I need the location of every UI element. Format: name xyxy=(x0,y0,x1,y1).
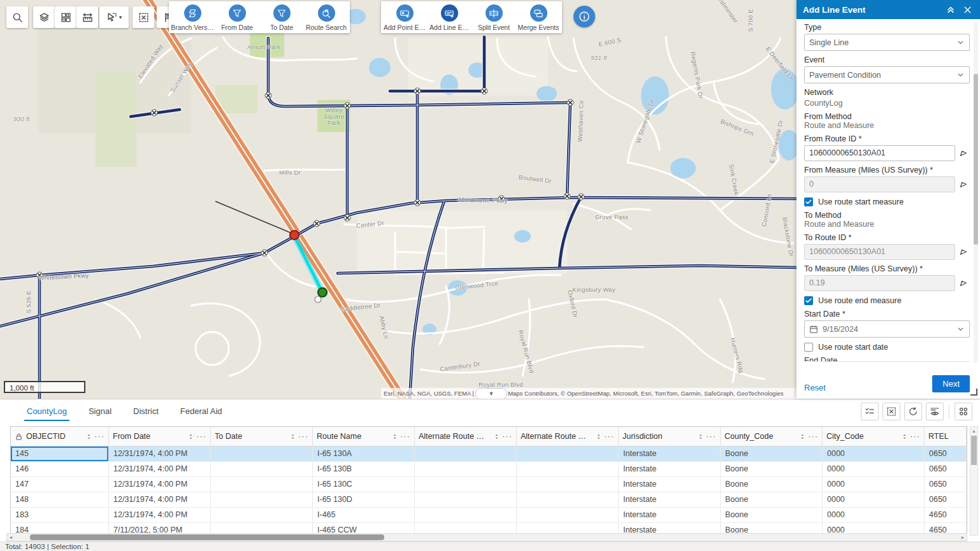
map-canvas[interactable]: Elevated WaySunset WayAnson Park930 ft93… xyxy=(0,0,796,399)
collapse-panel-button[interactable] xyxy=(944,3,957,16)
column-menu-button[interactable]: ··· xyxy=(502,433,512,440)
layers-button[interactable] xyxy=(33,6,55,28)
pick-from-route-on-map-button[interactable] xyxy=(958,148,970,159)
table-cell[interactable] xyxy=(415,477,517,492)
table-cell[interactable] xyxy=(211,462,313,476)
table-row[interactable]: 14712/31/1974, 4:00 PMI-65 130CInterstat… xyxy=(11,477,967,492)
scroll-right-arrow[interactable]: ► xyxy=(959,534,967,541)
table-cell[interactable]: I-65 130A xyxy=(313,447,415,461)
tool-merge-events[interactable]: Merge Events xyxy=(516,1,561,31)
measure-button[interactable] xyxy=(76,6,98,28)
table-cell[interactable]: 146 xyxy=(11,462,109,476)
table-cell[interactable]: Boone xyxy=(721,462,823,476)
clear-selection-button[interactable] xyxy=(883,403,900,420)
table-cell[interactable]: 12/31/1974, 4:00 PM xyxy=(109,462,211,476)
table-cell[interactable]: Interstate xyxy=(619,477,721,492)
table-cell[interactable]: 147 xyxy=(11,477,109,492)
tool-branch-vers[interactable]: Branch Vers… xyxy=(170,1,215,31)
column-menu-button[interactable]: ··· xyxy=(604,433,614,440)
vscroll-thumb[interactable] xyxy=(971,436,977,465)
clear-selection-button[interactable] xyxy=(133,6,154,28)
table-cell[interactable]: Interstate xyxy=(619,492,721,507)
table-cell[interactable]: I-65 130D xyxy=(313,492,415,507)
tool-split-event[interactable]: Split Event xyxy=(472,1,516,31)
table-cell[interactable]: Boone xyxy=(721,447,823,461)
table-cell[interactable]: Boone xyxy=(721,492,823,507)
reset-button[interactable]: Reset xyxy=(804,383,826,392)
table-collapse-toggle[interactable]: ▼ xyxy=(475,388,507,399)
table-cell[interactable]: 0000 xyxy=(823,447,925,461)
table-cell[interactable]: 4650 xyxy=(925,508,967,522)
scroll-left-arrow[interactable]: ◄ xyxy=(7,534,15,541)
table-cell[interactable]: 0650 xyxy=(925,462,967,476)
tool-add-line-e[interactable]: Add Line E… xyxy=(427,1,472,31)
tab-countylog[interactable]: CountyLog xyxy=(25,401,68,422)
from-route-input[interactable]: 10600000650130A01 xyxy=(804,145,955,161)
horizontal-scrollbar[interactable]: ◄ ► xyxy=(6,533,967,541)
tool-to-date[interactable]: To Date xyxy=(259,1,304,31)
table-options-button[interactable] xyxy=(955,403,972,420)
table-cell[interactable]: I-65 130B xyxy=(313,462,415,476)
search-button[interactable] xyxy=(6,6,28,28)
tool-route-search[interactable]: Route Search xyxy=(304,1,349,31)
tab-federal-aid[interactable]: Federal Aid xyxy=(179,401,224,422)
table-cell[interactable] xyxy=(211,477,313,492)
column-menu-button[interactable]: ··· xyxy=(298,433,308,440)
next-button[interactable]: Next xyxy=(932,375,970,392)
table-cell[interactable]: 12/31/1974, 4:00 PM xyxy=(109,492,211,507)
column-header-route-name[interactable]: Route Name··· xyxy=(313,427,415,446)
table-cell[interactable]: Interstate xyxy=(619,508,721,522)
table-cell[interactable]: 148 xyxy=(11,492,109,507)
table-cell[interactable] xyxy=(517,477,619,492)
sort-icon[interactable] xyxy=(86,433,92,440)
table-cell[interactable] xyxy=(211,447,313,461)
table-cell[interactable]: 0000 xyxy=(823,477,925,492)
hscroll-thumb[interactable] xyxy=(30,534,384,540)
column-header-jurisdiction[interactable]: Jurisdiction··· xyxy=(619,427,721,446)
table-cell[interactable]: 0650 xyxy=(925,447,967,461)
table-row[interactable]: 14812/31/1974, 4:00 PMI-65 130DInterstat… xyxy=(11,492,967,508)
start-date-picker[interactable]: 9/16/2024 xyxy=(804,320,970,338)
table-cell[interactable]: Boone xyxy=(721,477,823,492)
column-header-city-code[interactable]: City_Code··· xyxy=(823,427,925,446)
column-header-objectid[interactable]: OBJECTID··· xyxy=(11,427,109,446)
show-hide-columns-button[interactable] xyxy=(926,403,944,420)
tab-signal[interactable]: Signal xyxy=(87,401,113,422)
table-cell[interactable] xyxy=(415,508,517,522)
panel-scrollbar[interactable] xyxy=(974,22,978,363)
sort-icon[interactable] xyxy=(698,433,703,440)
use-route-start-date-checkbox[interactable]: Use route start date xyxy=(804,343,970,352)
sort-icon[interactable] xyxy=(596,433,602,440)
refresh-button[interactable] xyxy=(904,403,922,420)
table-cell[interactable]: Interstate xyxy=(619,447,721,461)
panel-resize-handle[interactable] xyxy=(970,389,977,396)
column-header-alternate-route[interactable]: Alternate Route …··· xyxy=(415,427,517,446)
table-cell[interactable] xyxy=(211,492,313,507)
table-row[interactable]: 14512/31/1974, 4:00 PMI-65 130AInterstat… xyxy=(11,447,967,462)
type-select[interactable]: Single Line xyxy=(804,34,970,51)
table-cell[interactable]: 0000 xyxy=(823,492,925,507)
show-selected-records-button[interactable] xyxy=(861,403,879,420)
sort-icon[interactable] xyxy=(800,433,805,440)
table-cell[interactable]: 0000 xyxy=(823,508,925,522)
table-cell[interactable] xyxy=(415,447,517,461)
pick-from-measure-on-map-button[interactable] xyxy=(958,179,970,190)
column-header-rtel[interactable]: RTEL xyxy=(925,427,967,446)
pick-to-route-on-map-button[interactable] xyxy=(958,247,970,258)
table-cell[interactable]: Boone xyxy=(721,508,823,522)
table-cell[interactable] xyxy=(517,508,619,522)
column-menu-button[interactable]: ··· xyxy=(400,433,410,440)
table-cell[interactable]: 183 xyxy=(11,508,109,522)
table-cell[interactable]: Interstate xyxy=(619,462,721,476)
close-panel-button[interactable] xyxy=(961,3,974,16)
event-select[interactable]: Pavement Condition xyxy=(804,66,970,83)
table-cell[interactable] xyxy=(517,492,619,507)
tool-add-point-e[interactable]: Add Point E… xyxy=(382,1,427,31)
column-header-to-date[interactable]: To Date··· xyxy=(211,427,313,446)
table-cell[interactable]: 0000 xyxy=(823,462,925,476)
table-row[interactable]: 18312/31/1974, 4:00 PMI-465InterstateBoo… xyxy=(11,508,967,523)
table-cell[interactable] xyxy=(211,508,313,522)
table-cell[interactable]: 0650 xyxy=(925,477,967,492)
sort-icon[interactable] xyxy=(392,433,398,440)
column-menu-button[interactable]: ··· xyxy=(196,433,206,440)
